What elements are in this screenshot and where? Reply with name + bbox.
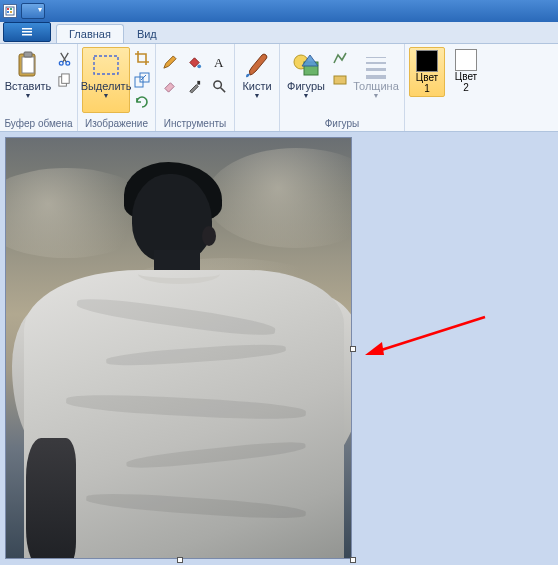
group-image: Выделить ▼ Изображение [78, 44, 156, 131]
color1-label: Цвет 1 [416, 72, 438, 94]
eraser-icon[interactable] [160, 77, 178, 95]
annotation-arrow [360, 312, 490, 362]
color1-button[interactable]: Цвет 1 [409, 47, 445, 97]
quick-access-dropdown[interactable] [21, 3, 45, 19]
thickness-icon [365, 50, 387, 80]
group-brushes: Кисти ▼ [235, 44, 280, 131]
resize-handle-right[interactable] [350, 346, 356, 352]
svg-line-25 [375, 317, 485, 352]
resize-handle-bottom[interactable] [177, 557, 183, 563]
picker-icon[interactable] [185, 77, 203, 95]
svg-rect-10 [24, 52, 32, 57]
fill-icon[interactable] [185, 53, 203, 71]
pencil-icon[interactable] [160, 53, 178, 71]
tab-main[interactable]: Главная [56, 24, 124, 43]
brush-icon [244, 50, 270, 80]
tool-grid: A [160, 47, 230, 97]
canvas-area[interactable] [0, 132, 558, 565]
group-label-brushes [237, 116, 277, 131]
shapes-button[interactable]: Фигуры ▼ [284, 47, 328, 113]
ribbon-tabs: Главная Вид [0, 22, 558, 44]
svg-marker-26 [365, 342, 384, 355]
magnifier-icon[interactable] [210, 77, 228, 95]
svg-rect-24 [334, 76, 346, 84]
group-shapes: Фигуры ▼ Толщина ▼ Фигуры [280, 44, 405, 131]
group-label-tools: Инструменты [160, 116, 230, 131]
select-button[interactable]: Выделить ▼ [82, 47, 130, 113]
brushes-button[interactable]: Кисти ▼ [237, 47, 277, 113]
svg-point-21 [213, 80, 221, 88]
tab-view[interactable]: Вид [124, 24, 170, 43]
brushes-label: Кисти [242, 80, 271, 92]
clipboard-icon [16, 50, 40, 80]
color2-button[interactable]: Цвет 2 [448, 47, 484, 95]
copy-icon[interactable] [55, 71, 73, 89]
cut-icon[interactable] [55, 49, 73, 67]
canvas-image[interactable] [6, 138, 351, 558]
group-clipboard: Вставить ▼ Буфер обмена [0, 44, 78, 131]
app-icon[interactable] [3, 4, 17, 18]
shape-outline-icon[interactable] [331, 49, 349, 67]
svg-rect-3 [7, 11, 9, 13]
chevron-down-icon: ▼ [303, 92, 310, 99]
thickness-label: Толщина [353, 80, 399, 92]
svg-rect-2 [10, 8, 12, 10]
group-colors: Цвет 1 Цвет 2 [405, 44, 488, 131]
ribbon: Вставить ▼ Буфер обмена Выделить ▼ [0, 44, 558, 132]
svg-rect-9 [22, 57, 34, 73]
crop-icon[interactable] [133, 49, 151, 67]
group-label-colors [409, 116, 484, 131]
rotate-icon[interactable] [133, 93, 151, 111]
svg-point-18 [197, 64, 201, 68]
color1-swatch [416, 50, 438, 72]
svg-rect-7 [22, 34, 32, 36]
svg-rect-6 [22, 31, 32, 33]
svg-rect-4 [10, 11, 12, 13]
thickness-button[interactable]: Толщина ▼ [352, 47, 400, 113]
resize-icon[interactable] [133, 71, 151, 89]
file-menu-button[interactable] [3, 22, 51, 42]
chevron-down-icon: ▼ [25, 92, 32, 99]
svg-text:A: A [213, 55, 223, 70]
svg-point-12 [65, 61, 69, 65]
chevron-down-icon: ▼ [103, 92, 110, 99]
svg-point-11 [59, 61, 63, 65]
paste-label: Вставить [5, 80, 52, 92]
color2-label: Цвет 2 [455, 71, 477, 93]
shapes-icon [292, 50, 320, 80]
shape-fill-icon[interactable] [331, 71, 349, 89]
title-bar [0, 0, 558, 22]
svg-rect-14 [61, 73, 69, 82]
svg-rect-20 [197, 80, 200, 84]
group-label-clipboard: Буфер обмена [4, 116, 73, 131]
select-label: Выделить [81, 80, 132, 92]
svg-rect-1 [7, 8, 9, 10]
text-icon[interactable]: A [210, 53, 228, 71]
group-tools: A Инструменты [156, 44, 235, 131]
shapes-label: Фигуры [287, 80, 325, 92]
group-label-shapes: Фигуры [284, 116, 400, 131]
paste-button[interactable]: Вставить ▼ [4, 47, 52, 113]
resize-handle-corner[interactable] [350, 557, 356, 563]
chevron-down-icon: ▼ [373, 92, 380, 99]
svg-rect-15 [94, 56, 118, 74]
svg-rect-5 [22, 28, 32, 30]
select-rect-icon [91, 50, 121, 80]
group-label-image: Изображение [82, 116, 151, 131]
color2-swatch [455, 49, 477, 71]
chevron-down-icon: ▼ [254, 92, 261, 99]
